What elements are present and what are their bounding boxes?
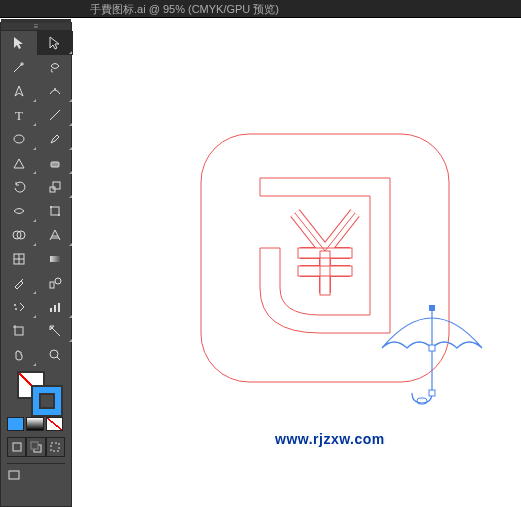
shape-builder-tool[interactable] bbox=[1, 223, 37, 247]
width-tool[interactable] bbox=[1, 199, 37, 223]
selection-tool[interactable] bbox=[1, 31, 37, 55]
canvas-area[interactable]: www.rjzxw.com bbox=[80, 18, 521, 507]
color-mode-row bbox=[7, 417, 65, 433]
title-bar: 手費图标.ai @ 95% (CMYK/GPU 预览) bbox=[0, 0, 521, 18]
curvature-tool[interactable] bbox=[37, 79, 73, 103]
svg-line-27 bbox=[57, 357, 60, 360]
change-screen-mode[interactable] bbox=[7, 468, 29, 486]
svg-rect-22 bbox=[58, 303, 60, 312]
svg-rect-30 bbox=[31, 442, 38, 449]
svg-rect-39 bbox=[429, 305, 435, 311]
eraser-tool[interactable] bbox=[37, 151, 73, 175]
svg-rect-6 bbox=[53, 182, 60, 189]
eyedropper-tool[interactable] bbox=[1, 271, 37, 295]
svg-text:T: T bbox=[15, 108, 23, 122]
symbol-sprayer-tool[interactable] bbox=[1, 295, 37, 319]
svg-rect-15 bbox=[50, 256, 60, 262]
draw-inside[interactable] bbox=[46, 437, 65, 457]
svg-rect-41 bbox=[429, 390, 435, 396]
scale-tool[interactable] bbox=[37, 175, 73, 199]
paintbrush-tool[interactable] bbox=[37, 127, 73, 151]
svg-rect-40 bbox=[429, 345, 435, 351]
gradient-swatch[interactable] bbox=[26, 417, 43, 431]
svg-rect-20 bbox=[50, 308, 52, 312]
color-area bbox=[1, 367, 71, 483]
stroke-swatch[interactable] bbox=[33, 387, 61, 415]
shaper-tool[interactable] bbox=[1, 151, 37, 175]
svg-rect-4 bbox=[51, 162, 59, 167]
svg-point-26 bbox=[50, 350, 58, 358]
none-swatch[interactable] bbox=[46, 417, 63, 431]
svg-point-3 bbox=[14, 135, 24, 143]
solid-color-swatch[interactable] bbox=[7, 417, 24, 431]
direct-selection-tool[interactable] bbox=[37, 31, 73, 55]
tools-panel: ≡ T bbox=[0, 22, 72, 507]
svg-point-17 bbox=[55, 278, 61, 284]
svg-rect-31 bbox=[51, 443, 59, 451]
column-graph-tool[interactable] bbox=[37, 295, 73, 319]
mesh-tool[interactable] bbox=[1, 247, 37, 271]
fill-stroke-indicator[interactable] bbox=[17, 371, 61, 415]
svg-point-9 bbox=[58, 214, 60, 216]
watermark-text: www.rjzxw.com bbox=[275, 431, 385, 447]
zoom-tool[interactable] bbox=[37, 343, 73, 367]
svg-rect-28 bbox=[13, 443, 21, 451]
magic-wand-tool[interactable] bbox=[1, 55, 37, 79]
svg-rect-32 bbox=[9, 471, 19, 479]
svg-point-18 bbox=[14, 304, 16, 306]
blend-tool[interactable] bbox=[37, 271, 73, 295]
svg-point-8 bbox=[50, 206, 52, 208]
free-transform-tool[interactable] bbox=[37, 199, 73, 223]
panel-grip[interactable]: ≡ bbox=[1, 23, 71, 31]
artboard-tool[interactable] bbox=[1, 319, 37, 343]
svg-rect-21 bbox=[54, 305, 56, 312]
screen-modes bbox=[7, 463, 65, 483]
svg-point-19 bbox=[15, 308, 17, 310]
hand-tool[interactable] bbox=[1, 343, 37, 367]
svg-rect-7 bbox=[51, 207, 59, 215]
document-title: 手費图标.ai @ 95% (CMYK/GPU 预览) bbox=[0, 0, 521, 18]
draw-normal[interactable] bbox=[7, 437, 26, 457]
slice-tool[interactable] bbox=[37, 319, 73, 343]
rotate-tool[interactable] bbox=[1, 175, 37, 199]
lasso-tool[interactable] bbox=[37, 55, 73, 79]
line-segment-tool[interactable] bbox=[37, 103, 73, 127]
ellipse-tool[interactable] bbox=[1, 127, 37, 151]
perspective-grid-tool[interactable] bbox=[37, 223, 73, 247]
type-tool[interactable]: T bbox=[1, 103, 37, 127]
tool-grid: T bbox=[1, 31, 71, 367]
gradient-tool[interactable] bbox=[37, 247, 73, 271]
pen-tool[interactable] bbox=[1, 79, 37, 103]
svg-point-0 bbox=[54, 88, 56, 90]
svg-rect-23 bbox=[15, 327, 23, 335]
artwork-umbrella[interactable] bbox=[372, 298, 492, 418]
svg-line-2 bbox=[50, 110, 60, 120]
draw-behind[interactable] bbox=[26, 437, 45, 457]
draw-modes bbox=[7, 437, 65, 459]
svg-rect-16 bbox=[50, 282, 54, 288]
